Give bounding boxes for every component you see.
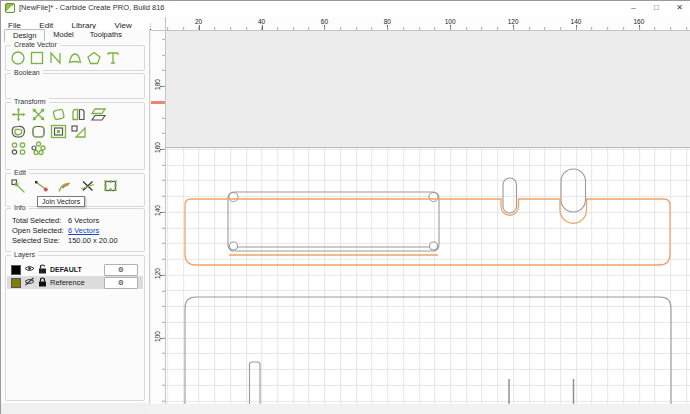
vector-slot-large[interactable] — [561, 169, 586, 212]
trim-vectors-icon[interactable] — [79, 178, 96, 194]
scale-proportions-icon[interactable] — [70, 124, 87, 139]
vector-bottom-slot[interactable] — [250, 362, 261, 404]
vector-bottom-panel[interactable] — [185, 297, 671, 404]
h-ruler-label: 60 — [321, 18, 328, 25]
text-icon[interactable] — [105, 50, 121, 66]
layer-color-swatch[interactable] — [11, 278, 21, 288]
circular-array-icon[interactable] — [10, 141, 27, 156]
carbide-create-window: [NewFile]* - Carbide Create PRO, Build 8… — [0, 0, 690, 414]
v-ruler-label: 100 — [154, 328, 161, 344]
vertical-ruler: 180 160 140 120 100 — [151, 31, 166, 404]
layers-title: Layers — [11, 251, 38, 258]
h-ruler-label: 160 — [633, 18, 644, 25]
h-ruler-label: 40 — [258, 18, 265, 25]
circle-icon[interactable] — [10, 50, 26, 66]
vector-slot-small[interactable] — [503, 178, 517, 213]
canvas-bottom-margin — [151, 404, 690, 414]
total-selected-value: 6 Vectors — [68, 216, 99, 226]
layer-settings-gear-icon[interactable]: ⚙ — [104, 264, 138, 276]
tooltip-join-vectors: Join Vectors — [37, 196, 85, 207]
create-vector-title: Create Vector — [11, 41, 60, 48]
info-title: Info — [11, 204, 29, 211]
layer-row-default[interactable]: DEFAULT ⚙ — [7, 263, 143, 276]
info-selected-size: Selected Size: 150.00 x 20.00 — [6, 236, 144, 246]
h-ruler-label: 80 — [384, 18, 391, 25]
cursor-position-marker — [151, 101, 165, 104]
polyline-icon[interactable] — [48, 50, 64, 66]
mirror-icon[interactable] — [70, 107, 87, 122]
layer-name-reference: Reference — [50, 278, 85, 287]
point-edit-icon[interactable] — [33, 178, 50, 194]
design-canvas[interactable] — [166, 31, 690, 404]
layer-name-default: DEFAULT — [50, 266, 82, 273]
rotate-icon[interactable] — [50, 107, 67, 122]
selected-size-value: 150.00 x 20.00 — [68, 236, 118, 246]
close-button[interactable]: ✕ — [668, 1, 690, 14]
minimize-button[interactable]: – — [622, 1, 645, 14]
vector-dogbone-fillet[interactable] — [430, 242, 438, 250]
rectangle-icon[interactable] — [29, 50, 45, 66]
unlock-icon[interactable] — [38, 264, 47, 276]
nested-outline-icon[interactable] — [50, 124, 67, 139]
boolean-title: Boolean — [11, 69, 43, 76]
info-open-selected: Open Selected: 6 Vectors — [6, 226, 144, 236]
create-vector-section: Create Vector — [5, 45, 145, 71]
horizontal-ruler: 20 40 60 80 100 120 140 160 — [166, 17, 690, 31]
window-title: [NewFile]* - Carbide Create PRO, Build 8… — [19, 3, 164, 12]
title-bar: [NewFile]* - Carbide Create PRO, Build 8… — [1, 1, 690, 14]
maximize-button[interactable]: □ — [645, 1, 668, 14]
shear-icon[interactable] — [90, 107, 107, 122]
offset-icon[interactable] — [10, 124, 27, 139]
node-edit-icon[interactable] — [10, 178, 27, 194]
layer-settings-gear-icon[interactable]: ⚙ — [104, 277, 138, 289]
ruler-corner — [151, 17, 166, 31]
transform-title: Transform — [11, 98, 49, 105]
open-selected-link[interactable]: 6 Vectors — [68, 226, 99, 236]
design-panel: Design Model Toolpaths Create Vector — [1, 29, 150, 403]
grid-array-icon[interactable] — [30, 141, 47, 156]
vector-dogbone-fillet[interactable] — [229, 193, 238, 202]
visibility-eye-off-icon[interactable] — [24, 277, 35, 288]
scale-icon[interactable] — [30, 107, 47, 122]
layer-row-reference[interactable]: Reference ⚙ — [7, 276, 143, 289]
polygon-icon[interactable] — [86, 50, 102, 66]
vector-shapes-layer — [166, 31, 690, 404]
edit-title: Edit — [11, 169, 29, 176]
boolean-section: Boolean — [5, 73, 145, 99]
h-ruler-label: 100 — [445, 18, 456, 25]
info-section: Info Total Selected: 6 Vectors Open Sele… — [5, 208, 145, 252]
h-ruler-label: 140 — [571, 18, 582, 25]
join-vectors-icon[interactable] — [56, 178, 73, 194]
transform-section: Transform — [5, 102, 145, 170]
tab-toolpaths[interactable]: Toolpaths — [82, 29, 130, 42]
curve-icon[interactable] — [67, 50, 83, 66]
info-total-selected: Total Selected: 6 Vectors — [6, 216, 144, 226]
v-ruler-label: 120 — [154, 265, 161, 281]
vector-dogbone-fillet[interactable] — [429, 193, 438, 202]
v-ruler-label: 160 — [154, 139, 161, 155]
visibility-eye-icon[interactable] — [24, 264, 35, 275]
vector-dogbone-fillet[interactable] — [230, 242, 238, 250]
layers-section: Layers DEFAULT ⚙ R — [5, 255, 145, 401]
v-ruler-label: 140 — [154, 202, 161, 218]
fillet-icon[interactable] — [30, 124, 47, 139]
move-icon[interactable] — [10, 107, 27, 122]
v-ruler-label: 180 — [154, 77, 161, 93]
vector-tray-pocket[interactable] — [228, 192, 439, 251]
lock-icon[interactable] — [38, 277, 47, 289]
layer-color-swatch[interactable] — [11, 265, 21, 275]
app-icon — [5, 3, 15, 13]
h-ruler-label: 120 — [508, 18, 519, 25]
boundary-box-icon[interactable] — [102, 178, 119, 194]
h-ruler-label: 20 — [195, 18, 202, 25]
